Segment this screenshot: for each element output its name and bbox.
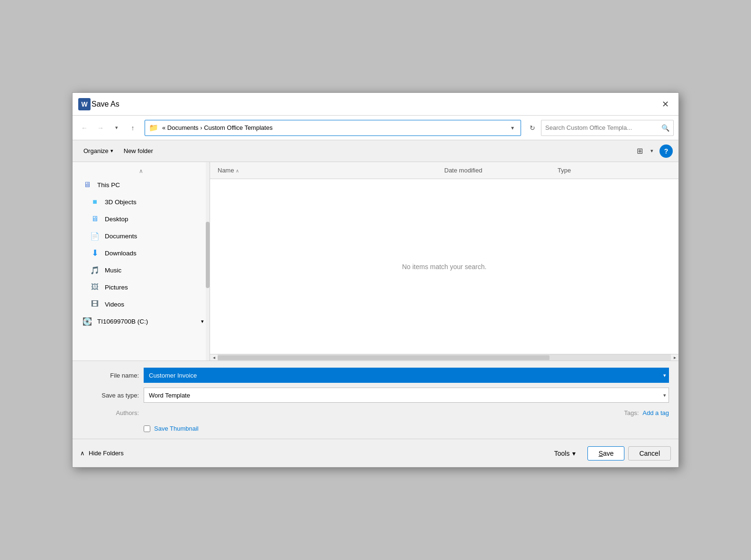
documents-label: Documents [105,233,137,240]
tags-label: Tags: [624,409,642,416]
desktop-icon: 🖥 [90,214,100,224]
up-button[interactable]: ↑ [126,121,140,135]
help-button[interactable]: ? [659,145,673,158]
sidebar-item-desktop[interactable]: 🖥 Desktop [73,210,210,227]
navigation-bar: ← → ▾ ↑ 📁 « Documents › Custom Office Te… [73,116,678,140]
history-dropdown-button[interactable]: ▾ [110,121,124,135]
column-header-name[interactable]: Name ∧ [218,167,444,174]
path-folder-icon: 📁 [149,123,158,132]
word-app-icon: W [78,98,91,110]
column-header-date[interactable]: Date modified [444,167,558,174]
organize-button[interactable]: Organize ▾ [78,145,119,157]
search-input[interactable] [545,124,661,131]
hide-folders-button[interactable]: ∧ Hide Folders [80,450,124,457]
sidebar: ∧ 🖥 This PC ■ 3D Objects 🖥 Desktop 📄 Doc… [73,162,210,361]
file-name-row: File name: Customer Invoice ▾ [82,368,669,383]
file-name-wrapper: Customer Invoice ▾ [144,368,669,383]
search-bar: 🔍 [541,120,674,136]
file-name-label: File name: [82,372,139,379]
sidebar-item-documents[interactable]: 📄 Documents [73,227,210,244]
view-icon: ⊞ [637,146,643,155]
save-as-type-label: Save as type: [82,392,139,399]
tools-button[interactable]: Tools ▾ [547,446,583,461]
column-header-type[interactable]: Type [558,167,671,174]
desktop-label: Desktop [105,216,128,223]
horizontal-scrollbar[interactable]: ◂ ▸ [210,354,678,361]
file-area: Name ∧ Date modified Type No items match… [210,162,678,361]
scroll-track[interactable] [218,354,671,361]
scroll-thumb[interactable] [218,355,550,360]
drive-c-icon: 💽 [82,316,92,326]
sidebar-scrollbar-thumb[interactable] [206,222,210,288]
downloads-label: Downloads [105,250,137,257]
tools-dropdown-icon: ▾ [572,450,576,457]
meta-row: Authors: Tags: Add a tag [82,407,669,418]
pictures-label: Pictures [105,284,128,291]
file-list-empty: No items match your search. [210,179,678,354]
documents-icon: 📄 [90,231,100,241]
form-area: File name: Customer Invoice ▾ Save as ty… [73,361,678,439]
this-pc-label: This PC [97,181,120,189]
path-bar: 📁 « Documents › Custom Office Templates … [145,120,521,136]
refresh-button[interactable]: ↻ [526,121,539,135]
content-area: ∧ 🖥 This PC ■ 3D Objects 🖥 Desktop 📄 Doc… [73,162,678,361]
search-icon: 🔍 [661,124,669,132]
hide-folders-icon: ∧ [80,450,85,457]
add-tag-link[interactable]: Add a tag [642,409,669,416]
new-folder-label: New folder [124,147,153,154]
hide-folders-label: Hide Folders [89,450,124,457]
view-dropdown-button[interactable]: ▾ [647,145,657,158]
this-pc-icon: 🖥 [82,180,92,190]
file-name-value: Customer Invoice [149,372,197,379]
col-name-text: Name [218,167,234,174]
file-name-input[interactable]: Customer Invoice [144,368,669,383]
pictures-icon: 🖼 [90,282,100,292]
downloads-icon: ⬇ [90,248,100,258]
file-list-header: Name ∧ Date modified Type [210,162,678,179]
sidebar-scrollbar[interactable] [206,162,210,361]
sidebar-item-music[interactable]: 🎵 Music [73,262,210,279]
path-dropdown-chevron[interactable]: ▾ [511,125,514,131]
toolbar: Organize ▾ New folder ⊞ ▾ ? [73,140,678,162]
save-underline-s: S [598,450,603,457]
music-icon: 🎵 [90,265,100,275]
sidebar-item-videos[interactable]: 🎞 Videos [73,296,210,313]
scroll-left-button[interactable]: ◂ [210,354,218,361]
tools-label: Tools [554,450,570,457]
forward-button[interactable]: → [93,121,108,135]
new-folder-button[interactable]: New folder [119,145,158,157]
path-text: « Documents › Custom Office Templates [162,124,511,131]
title-bar: W Save As ✕ [73,93,678,116]
save-as-type-select[interactable]: Word Template [144,388,669,403]
sidebar-scroll-up[interactable]: ∧ [73,166,210,176]
view-button[interactable]: ⊞ [632,145,647,158]
save-button[interactable]: Save [587,446,624,461]
close-button[interactable]: ✕ [658,97,673,112]
footer: ∧ Hide Folders Tools ▾ Save Cancel [73,439,678,467]
scroll-right-button[interactable]: ▸ [671,354,678,361]
3d-objects-label: 3D Objects [105,199,137,206]
sidebar-item-downloads[interactable]: ⬇ Downloads [73,244,210,262]
save-as-type-wrapper: Word Template ▾ [144,388,669,403]
3d-objects-icon: ■ [90,197,100,207]
sidebar-item-drive-c[interactable]: 💽 TI10699700B (C:) ▾ [73,313,210,330]
save-thumbnail-label[interactable]: Save Thumbnail [154,425,199,432]
empty-message: No items match your search. [402,263,486,271]
drive-c-chevron[interactable]: ▾ [201,318,204,325]
save-as-type-value: Word Template [149,392,190,399]
sort-icon: ∧ [236,168,239,173]
cancel-button[interactable]: Cancel [628,446,671,461]
save-thumbnail-checkbox[interactable] [144,425,150,432]
music-label: Music [105,267,121,274]
sidebar-item-pictures[interactable]: 🖼 Pictures [73,279,210,296]
save-as-type-row: Save as type: Word Template ▾ [82,388,669,403]
videos-label: Videos [105,301,124,308]
dialog-title: Save As [92,100,658,108]
save-as-dialog: W Save As ✕ ← → ▾ ↑ 📁 « Documents › Cust… [72,92,679,468]
authors-label: Authors: [82,409,139,416]
sidebar-item-3d-objects[interactable]: ■ 3D Objects [73,193,210,210]
sidebar-item-this-pc[interactable]: 🖥 This PC [73,176,210,193]
drive-c-label: TI10699700B (C:) [97,318,148,325]
thumbnail-row: Save Thumbnail [82,423,669,434]
back-button[interactable]: ← [77,121,92,135]
